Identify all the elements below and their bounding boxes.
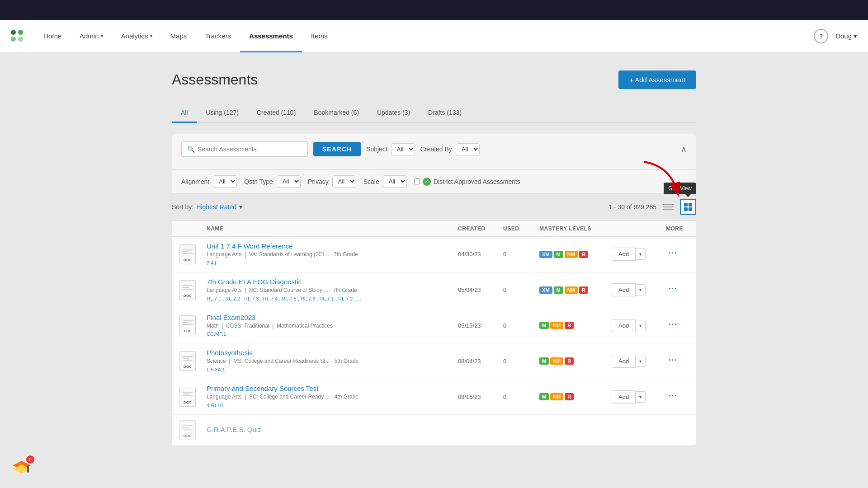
add-button-1[interactable]: Add [612,248,636,261]
add-button-3[interactable]: Add [612,319,636,332]
add-action-3: Add ▾ [612,319,666,332]
svg-rect-2 [27,465,29,473]
standard-link-2[interactable]: RL.7.1 , RL.7.2 , RL.7.3 , RL.7.4 , RL.7… [207,296,361,301]
add-dropdown-3[interactable]: ▾ [636,320,646,331]
grid-view-button[interactable] [680,199,696,215]
used-1: 0 [503,251,539,258]
more-1: ⋮ [666,247,689,261]
count-view: 1 - 30 of 929,285 Grid View [609,199,696,215]
assessment-name-5[interactable]: Primary and Secondary Sources Test [207,385,458,392]
privacy-label: Privacy [308,178,329,185]
mastery-2: XM M NM R [539,286,612,294]
tab-updates[interactable]: Updates (3) [368,103,419,123]
assessment-meta-1: Language Arts | VA: Standards of Learnin… [207,251,458,258]
table-row: DOC G.R.A.P.E.S. Quiz [172,415,696,446]
assessment-name-3[interactable]: Final Exam2023 [207,314,458,321]
privacy-select[interactable]: All [332,175,356,188]
badge-r-4: R [565,357,574,365]
badge-nm-4: NM [550,357,563,365]
doc-icon-4: DOC [179,351,207,371]
list-view-button[interactable] [660,199,676,215]
badge-m-3: M [539,322,549,329]
table-row: DOC Photosynthesis Science | MS: College… [172,343,696,379]
alignment-label: Alignment [181,178,209,185]
standard-link-4[interactable]: L.5.3A.1 [207,367,225,372]
alignment-filter: Alignment All [181,175,237,188]
table-row: DOC Unit 1 7.4 F Word Reference Language… [172,237,696,272]
scale-filter: Scale All [363,175,407,188]
collapse-filters-button[interactable]: ∧ [681,144,687,154]
page-header: Assessments + Add Assessment [172,70,696,89]
more-3: ⋮ [666,319,689,333]
analytics-chevron: ▾ [150,33,152,38]
sort-row: Sort by: Highest Rated ▾ 1 - 30 of 929,2… [172,193,696,221]
standard-link-3[interactable]: CC.MP.1 [207,331,226,337]
qstn-type-select[interactable]: All [277,175,301,188]
scale-select[interactable]: All [383,175,407,188]
assessment-name-2[interactable]: 7th Grade ELA EOG Diagnostic [207,278,458,286]
used-2: 0 [503,286,539,293]
assessment-meta-3: Math | CCSS: Traditional | Mathematical … [207,322,458,330]
col-more: MORE [666,225,689,232]
tab-all[interactable]: All [172,103,197,123]
created-4: 08/04/23 [458,358,503,365]
navbar: Home Admin ▾ Analytics ▾ Maps Trackers A… [0,20,868,52]
assessment-name-1[interactable]: Unit 1 7.4 F Word Reference [207,242,458,250]
tab-drafts[interactable]: Drafts (133) [419,103,471,123]
sort-value[interactable]: Highest Rated [196,203,236,211]
standard-link-1[interactable]: 7.4.f [207,260,216,266]
add-dropdown-2[interactable]: ▾ [636,284,646,296]
nav-trackers[interactable]: Trackers [196,20,240,52]
add-button-4[interactable]: Add [612,355,636,368]
tab-bookmarked[interactable]: Bookmarked (6) [305,103,368,123]
admin-chevron: ▾ [101,33,103,38]
app-logo[interactable] [11,30,24,42]
created-by-label: Created By [420,145,452,153]
search-input[interactable] [198,145,302,153]
standard-link-5[interactable]: 4-RI.10 [207,403,223,408]
top-bar [0,0,868,20]
result-count: 1 - 30 of 929,285 [609,203,656,211]
assessment-info-2: 7th Grade ELA EOG Diagnostic Language Ar… [207,278,458,302]
add-dropdown-5[interactable]: ▾ [636,391,646,403]
district-checkbox[interactable] [414,178,420,184]
add-assessment-button[interactable]: + Add Assessment [618,70,696,89]
more-button-1[interactable]: ⋮ [666,247,679,259]
created-3: 05/15/23 [458,322,503,329]
doc-icon-2: DOC [179,280,207,300]
table-header: NAME CREATED USED MASTERY LEVELS MORE [172,221,696,237]
subject-select[interactable]: All [391,143,415,155]
tab-using[interactable]: Using (127) [197,103,248,123]
col-name: NAME [207,225,458,232]
add-button-5[interactable]: Add [612,390,636,404]
assessment-name-6[interactable]: G.R.A.P.E.S. Quiz [207,426,458,433]
more-button-2[interactable]: ⋮ [666,283,679,295]
nav-admin[interactable]: Admin ▾ [71,20,112,52]
assessment-info-4: Photosynthesis Science | MS: College and… [207,349,458,373]
tab-created[interactable]: Created (110) [248,103,305,123]
nav-analytics[interactable]: Analytics ▾ [112,20,161,52]
search-button[interactable]: SEARCH [313,142,361,156]
badge-r-5: R [565,393,574,400]
bottom-logo[interactable]: 9 [11,457,33,479]
more-4: ⋮ [666,354,689,368]
badge-m-4: M [539,357,549,365]
more-button-3[interactable]: ⋮ [666,319,679,331]
add-dropdown-4[interactable]: ▾ [636,356,646,367]
nav-items-menu[interactable]: Items [302,20,337,52]
badge-nm-2: NM [565,286,578,294]
nav-maps[interactable]: Maps [161,20,196,52]
add-dropdown-1[interactable]: ▾ [636,249,646,260]
created-by-select[interactable]: All [456,143,480,155]
user-menu[interactable]: Doug ▾ [835,32,857,40]
grid-icon [684,203,692,211]
nav-home[interactable]: Home [34,20,71,52]
help-button[interactable]: ? [814,29,828,43]
nav-assessments[interactable]: Assessments [240,20,302,52]
more-button-4[interactable]: ⋮ [666,354,679,366]
add-button-2[interactable]: Add [612,283,636,296]
assessment-name-4[interactable]: Photosynthesis [207,349,458,357]
alignment-select[interactable]: All [213,175,237,188]
more-button-5[interactable]: ⋮ [666,390,679,402]
used-4: 0 [503,358,539,365]
